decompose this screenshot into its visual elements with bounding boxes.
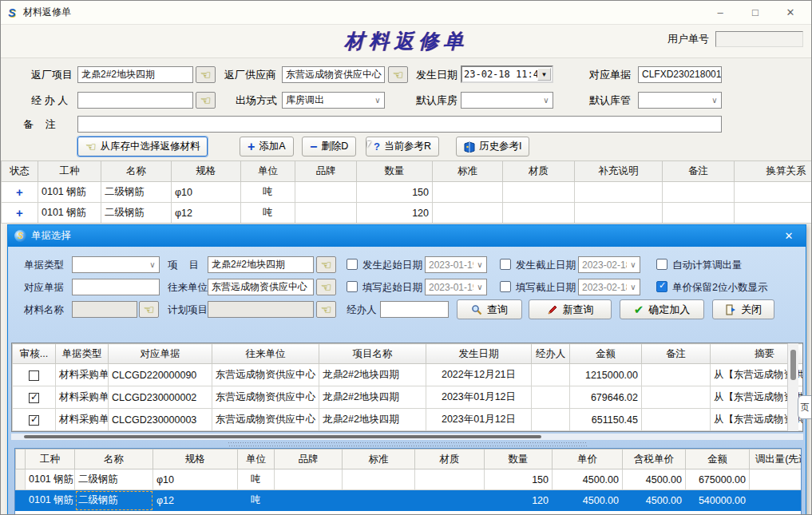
vscroll-thumb[interactable] [790,350,796,380]
auto-calc-label: 自动计算调出量 [672,256,743,274]
user-doc-no-field[interactable] [715,31,803,47]
remark-field[interactable] [77,116,722,133]
hscroll-thumb[interactable] [24,435,541,438]
app-icon: S [6,6,18,19]
dialog-body: 单据类型 ∨ 项 目 龙鼎2#2地块四期 ☜ 发生起始日期 2023-01-19… [8,247,806,515]
confirm-add-button[interactable]: ✔ 确定加入 [620,299,704,319]
chevron-down-icon: ∨ [371,96,384,105]
handler-filter-label: 经办人 [347,301,377,319]
table-row[interactable]: + 0101 钢筋 二级钢筋 φ10 吨 150 [2,182,812,203]
default-warehouse-select[interactable]: ∨ [461,92,553,109]
doc-table-hscrollbar[interactable] [11,434,803,440]
book-icon [464,141,475,153]
counterpart-field[interactable]: 东营远成物资供应中心 [208,279,314,295]
audit-checkbox[interactable] [29,415,39,426]
query-button[interactable]: 查询 [457,299,522,319]
hand-icon: ☜ [393,69,403,81]
doc-row[interactable]: 材料采购单 CLCGD220000090 东营远成物资供应中心 龙鼎2#2地块四… [13,364,804,386]
doc-row[interactable]: 材料采购单 CLCGD230000003 东营远成物资供应中心 龙鼎2#2地块四… [13,409,804,431]
cursor-question-icon: ? [374,141,380,153]
auto-calc-checkbox[interactable] [656,259,667,270]
plan-project-picker-button[interactable]: ☜ [316,301,336,318]
return-project-picker-button[interactable]: ☜ [196,66,216,83]
project-field[interactable]: 龙鼎2#2地块四期 [208,256,314,273]
chevron-down-icon: ∨ [473,283,486,291]
price-2dec-checkbox[interactable] [656,281,667,292]
return-supplier-picker-button[interactable]: ☜ [388,66,408,83]
door-exit-icon [725,304,736,315]
dropdown-arrow-icon[interactable]: ▼ [537,68,551,81]
fill-end-label: 填写截止日期 [516,279,576,296]
remark-label: 备 注 [23,116,55,133]
material-name-field[interactable] [72,301,137,318]
plan-project-field[interactable] [208,301,314,318]
counterpart-label: 往来单位 [168,279,208,296]
repair-items-table: 状态工种 名称规格 单位品牌 数量标准 材质补充说明 备注换算关系 + 0101… [1,160,812,224]
delete-button[interactable]: − 删除D [302,137,356,156]
hand-icon: ☜ [85,141,96,153]
add-button[interactable]: + 添加A [240,137,294,156]
audit-checkbox[interactable] [29,370,39,381]
dialog-app-icon: S [14,230,26,242]
select-from-stock-button[interactable]: ☜ 从库存中选择返修材料 [77,137,208,156]
detail-table: 工种名称 规格单位 品牌标准 材质数量 单价含税单价 金额调出量(先进 0101… [15,449,802,511]
header-band: 材料返修单 用户单号 [1,25,811,58]
ref-doc-field[interactable]: CLFXD230218001 [638,66,722,83]
handler-picker-button[interactable]: ☜ [196,92,216,109]
history-ref-button[interactable]: 历史参考I [456,137,529,156]
project-picker-button[interactable]: ☜ [316,256,336,273]
occur-start-date-select[interactable]: 2023-01-19 ∨ [425,256,487,273]
ref-doc-filter-field[interactable] [72,279,160,295]
splitter-handle[interactable] [228,442,588,447]
fill-end-date-select[interactable]: 2023-02-18 ∨ [578,279,640,295]
hand-icon: ☜ [321,281,331,293]
doc-type-select[interactable]: ∨ [72,256,160,273]
handler-field[interactable] [77,92,193,109]
window-title: 材料返修单 [23,6,704,19]
plan-project-label: 计划项目 [168,301,208,319]
doc-row[interactable]: 材料采购单 CLCGD230000002 东营远成物资供应中心 龙鼎2#2地块四… [13,386,804,409]
hand-icon: ☜ [200,94,211,106]
fill-end-checkbox[interactable] [500,281,511,292]
doc-table-vscrollbar[interactable] [787,343,798,431]
return-project-field[interactable]: 龙鼎2#2地块四期 [77,66,193,83]
return-supplier-field[interactable]: 东营远成物资供应中心 [282,66,385,83]
window-titlebar: S 材料返修单 – □ ✕ [1,1,811,25]
chevron-down-icon: ∨ [540,96,553,105]
occur-end-date-select[interactable]: 2023-02-18 ∨ [578,256,640,273]
minimize-button[interactable]: – [704,2,736,23]
audit-checkbox[interactable] [29,393,39,403]
dialog-close-icon[interactable]: ✕ [778,230,799,242]
doc-table-header-row: 审核...单据类型 对应单据往来单位 项目名称发生日期 经办人金额 备注摘要 [13,344,804,364]
close-button[interactable]: ✕ [774,2,806,23]
page-side-tab[interactable]: 页 [798,395,812,419]
out-mode-label: 出场方式 [236,92,277,109]
project-label: 项 目 [168,256,199,274]
fill-start-date-select[interactable]: 2023-01-19 ∨ [425,279,487,295]
occur-date-field[interactable]: 23-02-18 11:45:19 ▼ [461,65,553,83]
occur-start-label: 发生起始日期 [362,256,422,274]
material-name-picker-button[interactable]: ☜ [139,301,159,318]
detail-row-selected[interactable]: 0101 钢筋 二级钢筋 φ12 吨 120 4500.00 4500.00 5… [16,490,802,511]
current-ref-button[interactable]: ? 当前参考R [366,137,439,156]
user-doc-no-label: 用户单号 [667,32,709,46]
plus-icon: + [248,141,255,153]
maximize-button[interactable]: □ [739,2,771,23]
table-header-row: 状态工种 名称规格 单位品牌 数量标准 材质补充说明 备注换算关系 [2,161,812,182]
new-query-button[interactable]: 新查询 [529,299,612,319]
close-dialog-button[interactable]: 关闭 [712,299,774,319]
fill-start-checkbox[interactable] [347,281,358,292]
default-keeper-label: 默认库管 [589,92,631,109]
status-plus-icon: + [2,203,38,224]
hand-icon: ☜ [321,259,331,271]
counterpart-picker-button[interactable]: ☜ [316,279,336,295]
handler-filter-field[interactable] [380,301,449,318]
default-keeper-select[interactable]: ∨ [638,92,722,109]
detail-row[interactable]: 0101 钢筋 二级钢筋 φ10 吨 150 4500.00 4500.00 6… [16,469,802,490]
occur-start-checkbox[interactable] [347,259,358,270]
occur-end-checkbox[interactable] [500,259,511,270]
out-mode-select[interactable]: 库房调出 ∨ [282,92,385,109]
handler-label: 经 办 人 [31,92,68,109]
table-row[interactable]: + 0101 钢筋 二级钢筋 φ12 吨 120 [2,203,812,224]
hand-icon: ☜ [144,303,154,315]
